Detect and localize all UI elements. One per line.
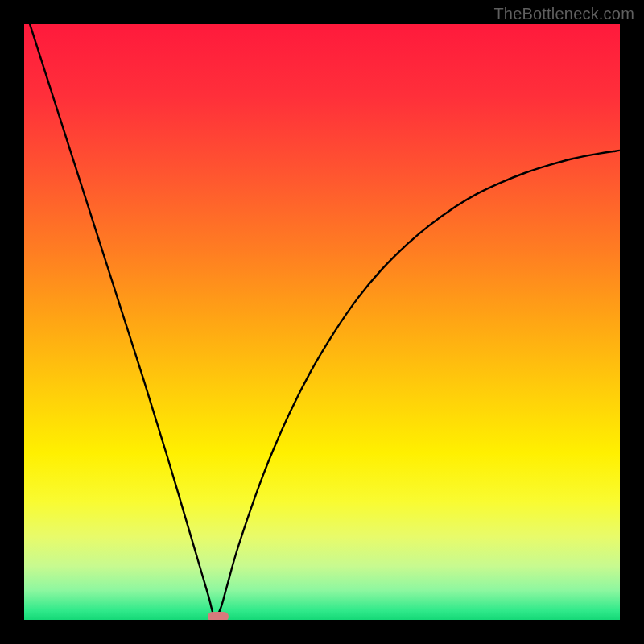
plot-area [24,24,620,620]
minimum-marker [208,612,229,620]
bottleneck-curve [24,24,620,617]
curve-layer [24,24,620,620]
chart-frame: TheBottleneck.com [0,0,644,644]
watermark-text: TheBottleneck.com [493,5,634,23]
